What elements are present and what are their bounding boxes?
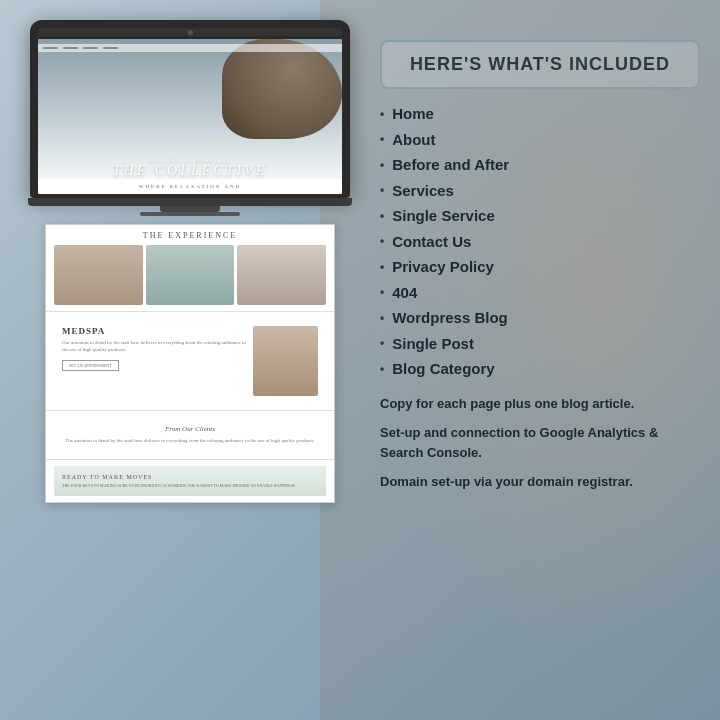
medspa-title: MEDSPA <box>62 326 247 336</box>
laptop-foot <box>140 212 240 216</box>
laptop-nav-bar <box>38 44 342 52</box>
bullet-icon: • <box>380 308 384 328</box>
bullet-icon: • <box>380 282 384 302</box>
bullet-icon: • <box>380 333 384 353</box>
list-item: •Home <box>380 101 700 127</box>
nav-dot <box>103 47 118 49</box>
bullet-icon: • <box>380 359 384 379</box>
list-item: •Services <box>380 178 700 204</box>
descriptions: Copy for each page plus one blog article… <box>380 394 700 492</box>
list-item-label: Single Post <box>392 331 474 357</box>
nav-dot <box>43 47 58 49</box>
bullet-icon: • <box>380 231 384 251</box>
list-item-label: Single Service <box>392 203 495 229</box>
description-text: Set-up and connection to Google Analytic… <box>380 423 700 462</box>
list-item-label: Wordpress Blog <box>392 305 508 331</box>
list-item: •Wordpress Blog <box>380 305 700 331</box>
included-box: HERE'S WHAT'S INCLUDED <box>380 40 700 89</box>
list-item: •Single Post <box>380 331 700 357</box>
bullet-icon: • <box>380 104 384 124</box>
medspa-section: MEDSPA Our attention to detail by the st… <box>54 318 326 404</box>
quote-title: From Our Clients <box>62 425 318 433</box>
medspa-image <box>253 326 318 396</box>
list-item: •Before and After <box>380 152 700 178</box>
laptop-hero-rock <box>222 39 342 139</box>
laptop-hero-text: Welcome to Nazarene THE COLLECTIVE <box>113 158 267 179</box>
laptop-camera <box>188 30 193 35</box>
laptop-hero-bottom: WHERE RELAXATION AND <box>38 179 342 194</box>
bullet-icon: • <box>380 129 384 149</box>
description-text: Copy for each page plus one blog article… <box>380 394 700 414</box>
medspa-body: Our attention to detail by the staff her… <box>62 339 247 353</box>
medspa-preview: MEDSPA Our attention to detail by the st… <box>46 312 334 411</box>
exp-image-3 <box>237 245 326 305</box>
laptop-screen-outer: Welcome to Nazarene THE COLLECTIVE WHERE… <box>30 20 350 198</box>
right-panel: HERE'S WHAT'S INCLUDED •Home•About•Befor… <box>380 20 700 700</box>
exp-image-2 <box>146 245 235 305</box>
laptop-hero-title: THE COLLECTIVE <box>113 163 267 179</box>
list-item: •Single Service <box>380 203 700 229</box>
experience-preview: THE EXPERIENCE <box>46 225 334 312</box>
list-item-label: 404 <box>392 280 417 306</box>
medspa-button[interactable]: SET AN APPOINTMENT <box>62 360 119 371</box>
blog-body: THE FOUR KEYS TO MAKING SURE YOUR PROBIO… <box>62 483 318 489</box>
laptop-mockup: Welcome to Nazarene THE COLLECTIVE WHERE… <box>30 20 350 216</box>
list-item: •Privacy Policy <box>380 254 700 280</box>
bullet-icon: • <box>380 155 384 175</box>
description-text: Domain set-up via your domain registrar. <box>380 472 700 492</box>
laptop-base <box>28 198 352 206</box>
bullet-icon: • <box>380 257 384 277</box>
quote-body: The attention to detail by the staff her… <box>62 437 318 445</box>
main-container: Welcome to Nazarene THE COLLECTIVE WHERE… <box>0 0 720 720</box>
experience-header: THE EXPERIENCE <box>54 231 326 240</box>
list-item-label: Services <box>392 178 454 204</box>
nav-dot <box>83 47 98 49</box>
medspa-text: MEDSPA Our attention to detail by the st… <box>62 326 247 371</box>
bullet-icon: • <box>380 180 384 200</box>
list-item: •Blog Category <box>380 356 700 382</box>
list-item-label: Privacy Policy <box>392 254 494 280</box>
list-item-label: Contact Us <box>392 229 471 255</box>
list-item-label: Blog Category <box>392 356 495 382</box>
laptop-screen: Welcome to Nazarene THE COLLECTIVE WHERE… <box>38 39 342 194</box>
list-item-label: About <box>392 127 435 153</box>
bullet-icon: • <box>380 206 384 226</box>
blog-title: Ready to Make Moves <box>62 474 318 480</box>
blog-section: Ready to Make Moves THE FOUR KEYS TO MAK… <box>54 466 326 497</box>
laptop-camera-bar <box>38 28 342 36</box>
laptop-tagline: WHERE RELAXATION AND <box>43 184 337 189</box>
list-item: •Contact Us <box>380 229 700 255</box>
quote-preview: From Our Clients The attention to detail… <box>46 411 334 460</box>
exp-image-1 <box>54 245 143 305</box>
laptop-hero: Welcome to Nazarene THE COLLECTIVE WHERE… <box>38 39 342 194</box>
page-previews: THE EXPERIENCE MEDSPA Our attention to d… <box>45 224 335 503</box>
nav-dot <box>63 47 78 49</box>
items-list: •Home•About•Before and After•Services•Si… <box>380 101 700 382</box>
list-item-label: Before and After <box>392 152 509 178</box>
quote-section: From Our Clients The attention to detail… <box>54 417 326 453</box>
list-item-label: Home <box>392 101 434 127</box>
left-panel: Welcome to Nazarene THE COLLECTIVE WHERE… <box>20 20 360 700</box>
list-item: •404 <box>380 280 700 306</box>
blog-preview: Ready to Make Moves THE FOUR KEYS TO MAK… <box>46 460 334 503</box>
experience-images <box>54 245 326 305</box>
included-title: HERE'S WHAT'S INCLUDED <box>402 54 678 75</box>
list-item: •About <box>380 127 700 153</box>
